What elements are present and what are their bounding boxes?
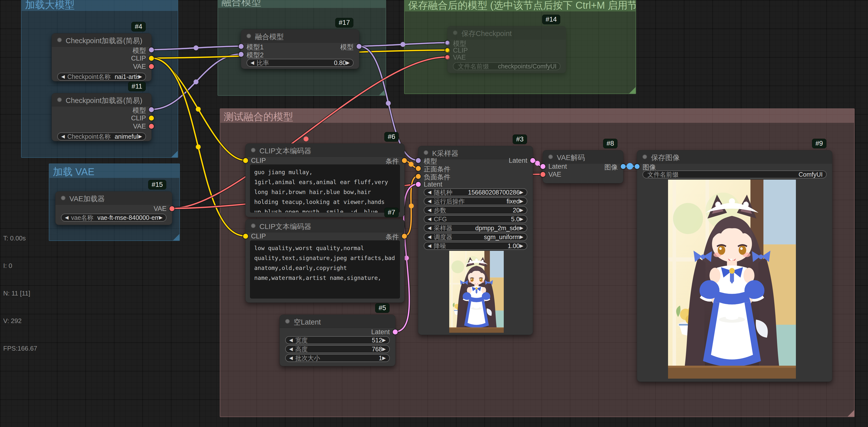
ksampler-node-widget-运行后操作[interactable]: ◀运行后操作fixed▶ — [424, 197, 527, 205]
output-port-dot[interactable] — [402, 158, 407, 163]
model-merge-node-output-模型[interactable]: 模型 — [241, 43, 359, 50]
decrement-arrow-icon[interactable]: ◀ — [250, 59, 254, 67]
model-merge-node[interactable]: 融合模型模型1模型2模型◀比率0.80▶ — [241, 29, 359, 69]
decrement-arrow-icon[interactable]: ◀ — [428, 197, 431, 205]
collapse-dot-icon[interactable] — [424, 150, 428, 155]
input-port-dot[interactable] — [540, 172, 546, 177]
clip-text-encode-positive[interactable]: CLIP文本编码器CLIP条件guo jiang mullay, 1girl,a… — [245, 143, 405, 217]
clip-text-encode-negative-titlebar[interactable]: CLIP文本编码器 — [246, 219, 404, 232]
increment-arrow-icon[interactable]: ▶ — [346, 59, 350, 67]
ksampler-node-widget-采样器[interactable]: ◀采样器dpmpp_2m_sde▶ — [424, 224, 527, 232]
widget-value[interactable]: 5.0 — [449, 216, 520, 223]
group-resize-handle[interactable] — [379, 89, 385, 95]
decrement-arrow-icon[interactable]: ◀ — [428, 233, 431, 241]
input-port-dot[interactable] — [416, 174, 421, 179]
checkpoint-loader-simple-1-output-VAE[interactable]: VAE — [52, 63, 151, 70]
empty-latent-node-titlebar[interactable]: 空Latent — [280, 315, 395, 328]
vae-loader-node-titlebar[interactable]: VAE加载器 — [56, 192, 172, 205]
output-port-dot[interactable] — [621, 164, 626, 169]
widget-value[interactable]: 156680208700286 — [455, 189, 520, 196]
ksampler-node-widget-CFG[interactable]: ◀CFG5.0▶ — [424, 215, 527, 223]
empty-latent-node-widget-高度[interactable]: ◀高度768▶ — [285, 345, 390, 353]
save-image-node-titlebar[interactable]: 保存图像 — [637, 150, 832, 164]
collapse-dot-icon[interactable] — [548, 154, 553, 159]
save-image-node-widget-文件名前缀[interactable]: 文件名前缀ComfyUI — [643, 170, 827, 178]
widget-value[interactable]: 1 — [322, 354, 382, 362]
decrement-arrow-icon[interactable]: ◀ — [428, 206, 431, 214]
increment-arrow-icon[interactable]: ▶ — [520, 206, 523, 214]
increment-arrow-icon[interactable]: ▶ — [520, 215, 523, 223]
output-port-dot[interactable] — [149, 116, 154, 121]
output-port-dot[interactable] — [149, 107, 154, 112]
save-image-node-input-图像[interactable]: 图像 — [637, 163, 832, 170]
widget-value[interactable]: animefull-final-pruned.... — [115, 133, 138, 140]
widget-value[interactable]: nai1-artist_all_in_one_... — [115, 73, 138, 80]
save-checkpoint-node[interactable]: 保存Checkpoint模型CLIPVAE文件名前缀checkpoints/Co… — [447, 26, 566, 73]
increment-arrow-icon[interactable]: ▶ — [520, 224, 523, 232]
increment-arrow-icon[interactable]: ▶ — [520, 188, 523, 196]
model-merge-node-input-模型2[interactable]: 模型2 — [241, 51, 359, 58]
output-port-dot[interactable] — [402, 234, 407, 239]
group-save-merged-model-title[interactable]: 保存融合后的模型 (选中该节点后按下 Ctrl+M 启用节点) — [405, 0, 636, 11]
link-model-merge-to-ksampler-midpoint-dot[interactable] — [386, 101, 391, 106]
widget-value[interactable]: 1.00 — [449, 243, 520, 250]
output-port-dot[interactable] — [149, 124, 154, 129]
group-load-vae-title[interactable]: 加载 VAE — [49, 164, 179, 178]
ksampler-node-input-Latent[interactable]: Latent — [418, 181, 533, 188]
checkpoint-loader-simple-2[interactable]: Checkpoint加载器(简易)模型CLIPVAE◀Checkpoint名称a… — [52, 93, 152, 141]
checkpoint-loader-simple-1-widget-Checkpoint名称[interactable]: ◀Checkpoint名称nai1-artist_all_in_one_...▶ — [57, 73, 146, 81]
link-model-ckpt4-to-merge1-midpoint-dot[interactable] — [193, 46, 198, 50]
ksampler-node-widget-步数[interactable]: ◀步数20▶ — [424, 206, 527, 214]
ksampler-node-widget-降噪[interactable]: ◀降噪1.00▶ — [424, 242, 527, 250]
checkpoint-loader-simple-2-output-VAE[interactable]: VAE — [52, 122, 151, 130]
output-port-dot[interactable] — [149, 56, 154, 61]
output-port-dot[interactable] — [169, 206, 175, 211]
clip-text-encode-negative[interactable]: CLIP文本编码器CLIP条件low quality,worst quality… — [245, 219, 405, 303]
collapse-dot-icon[interactable] — [247, 34, 251, 38]
decrement-arrow-icon[interactable]: ◀ — [428, 224, 431, 232]
model-merge-node-widget-比率[interactable]: ◀比率0.80▶ — [247, 59, 353, 67]
group-resize-handle[interactable] — [171, 151, 178, 157]
increment-arrow-icon[interactable]: ▶ — [138, 133, 142, 140]
decrement-arrow-icon[interactable]: ◀ — [289, 336, 293, 344]
clip-text-encode-positive-prompt-textarea[interactable]: guo jiang mullay, 1girl,animal ears,anim… — [250, 165, 400, 212]
save-checkpoint-node-input-模型[interactable]: 模型 — [447, 39, 566, 47]
output-port-dot[interactable] — [393, 330, 398, 335]
input-port-dot[interactable] — [634, 164, 640, 169]
ksampler-node-widget-调度器[interactable]: ◀调度器sgm_uniform▶ — [424, 233, 527, 241]
output-port-dot[interactable] — [149, 64, 154, 69]
widget-value[interactable]: checkpoints/ComfyUI — [491, 63, 557, 70]
save-checkpoint-node-input-VAE[interactable]: VAE — [447, 54, 566, 61]
empty-latent-node-widget-宽度[interactable]: ◀宽度512▶ — [285, 336, 390, 344]
widget-value[interactable]: fixed — [467, 198, 520, 205]
widget-value[interactable]: 768 — [310, 346, 382, 353]
input-port-dot[interactable] — [445, 55, 450, 60]
collapse-dot-icon[interactable] — [285, 319, 290, 323]
group-resize-handle[interactable] — [848, 410, 854, 417]
increment-arrow-icon[interactable]: ▶ — [382, 354, 386, 362]
empty-latent-node-output-Latent[interactable]: Latent — [280, 328, 395, 336]
checkpoint-loader-simple-2-widget-Checkpoint名称[interactable]: ◀Checkpoint名称animefull-final-pruned....▶ — [57, 133, 146, 140]
link-clip-ckpt4-to-neg-midpoint-dot[interactable] — [196, 144, 201, 149]
group-test-merged-model-title[interactable]: 测试融合的模型 — [220, 109, 854, 123]
increment-arrow-icon[interactable]: ▶ — [520, 197, 523, 205]
checkpoint-loader-simple-1-titlebar[interactable]: Checkpoint加载器(简易) — [52, 33, 151, 47]
increment-arrow-icon[interactable]: ▶ — [382, 336, 386, 344]
save-checkpoint-node-widget-文件名前缀[interactable]: 文件名前缀checkpoints/ComfyUI — [453, 62, 560, 70]
vae-decode-node[interactable]: VAE解码LatentVAE图像 — [542, 150, 623, 183]
widget-value[interactable]: 512 — [310, 337, 382, 344]
widget-value[interactable]: 0.80 — [272, 59, 346, 66]
save-checkpoint-node-titlebar[interactable]: 保存Checkpoint — [447, 26, 566, 39]
group-resize-handle[interactable] — [173, 234, 179, 240]
group-merge-model-title[interactable]: 融合模型 — [218, 0, 385, 8]
link-model-ckpt11-to-merge2-midpoint-dot[interactable] — [193, 79, 198, 84]
output-port-dot[interactable] — [530, 158, 535, 163]
save-image-node[interactable]: 保存图像图像文件名前缀ComfyUI — [637, 150, 832, 382]
comfyui-canvas[interactable]: 加载大模型融合模型保存融合后的模型 (选中该节点后按下 Ctrl+M 启用节点)… — [0, 0, 868, 427]
decrement-arrow-icon[interactable]: ◀ — [65, 214, 69, 222]
checkpoint-loader-simple-1-output-模型[interactable]: 模型 — [52, 46, 151, 54]
input-port-dot[interactable] — [445, 48, 450, 53]
collapse-dot-icon[interactable] — [57, 97, 62, 102]
checkpoint-loader-simple-1[interactable]: Checkpoint加载器(简易)模型CLIPVAE◀Checkpoint名称n… — [52, 33, 152, 81]
vae-loader-node-output-VAE[interactable]: VAE — [56, 205, 172, 212]
